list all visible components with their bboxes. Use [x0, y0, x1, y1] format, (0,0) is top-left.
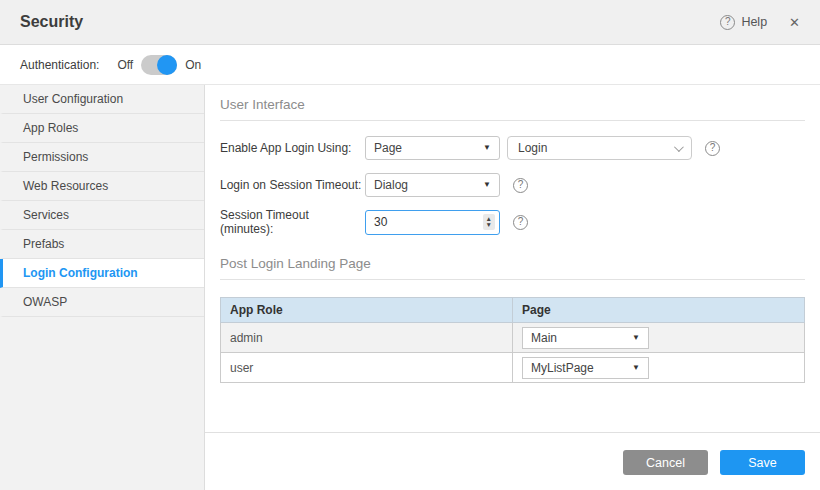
authentication-bar: Authentication: Off On — [0, 45, 820, 85]
table-row: admin Main ▼ — [221, 323, 805, 353]
login-on-timeout-help-icon[interactable]: ? — [513, 178, 528, 193]
login-type-value: Page — [374, 141, 402, 155]
sidebar: User Configuration App Roles Permissions… — [0, 85, 205, 490]
section-title-user-interface: User Interface — [220, 85, 805, 121]
caret-down-icon: ▼ — [632, 364, 640, 372]
close-icon[interactable]: ✕ — [789, 15, 800, 30]
help-button[interactable]: ? Help — [720, 15, 767, 30]
sidebar-item-prefabs[interactable]: Prefabs — [0, 230, 204, 259]
sidebar-item-web-resources[interactable]: Web Resources — [0, 172, 204, 201]
spacer — [220, 383, 805, 432]
admin-page-value: Main — [531, 331, 557, 345]
toggle-on-label: On — [185, 58, 201, 72]
session-timeout-field: ▲ ▼ — [365, 210, 500, 235]
app-role-cell: admin — [221, 323, 513, 353]
login-on-timeout-label: Login on Session Timeout: — [220, 178, 365, 192]
caret-down-icon: ▼ — [483, 144, 491, 152]
section-title-post-login: Post Login Landing Page — [220, 247, 805, 280]
authentication-label: Authentication: — [20, 58, 99, 72]
sidebar-item-login-configuration[interactable]: Login Configuration — [0, 259, 204, 288]
body-wrap: User Configuration App Roles Permissions… — [0, 85, 820, 490]
session-timeout-row: Session Timeout (minutes): ▲ ▼ ? — [220, 210, 805, 234]
enable-app-login-help-icon[interactable]: ? — [705, 141, 720, 156]
session-timeout-input[interactable] — [366, 211, 456, 234]
header-actions: ? Help ✕ — [720, 15, 800, 30]
user-interface-form: Enable App Login Using: Page ▼ Login ? L… — [220, 121, 805, 247]
cancel-button[interactable]: Cancel — [623, 450, 708, 475]
table-row: user MyListPage ▼ — [221, 353, 805, 383]
help-label: Help — [741, 15, 767, 29]
page-cell: Main ▼ — [513, 323, 805, 353]
chevron-down-icon — [674, 142, 684, 152]
footer-actions: Cancel Save — [220, 433, 805, 490]
sidebar-item-permissions[interactable]: Permissions — [0, 143, 204, 172]
sidebar-item-services[interactable]: Services — [0, 201, 204, 230]
session-timeout-help-icon[interactable]: ? — [513, 215, 528, 230]
login-on-timeout-select[interactable]: Dialog ▼ — [365, 173, 500, 197]
page-column-header: Page — [513, 298, 805, 323]
stepper-icon[interactable]: ▲ ▼ — [483, 214, 495, 230]
authentication-toggle[interactable] — [141, 55, 177, 75]
user-page-value: MyListPage — [531, 361, 594, 375]
dialog-header: Security ? Help ✕ — [0, 0, 820, 45]
stepper-down-icon: ▼ — [486, 222, 492, 228]
sidebar-item-app-roles[interactable]: App Roles — [0, 114, 204, 143]
login-type-select[interactable]: Page ▼ — [365, 136, 500, 160]
sidebar-item-user-configuration[interactable]: User Configuration — [0, 85, 204, 114]
table-header-row: App Role Page — [221, 298, 805, 323]
help-icon: ? — [720, 15, 735, 30]
app-role-cell: user — [221, 353, 513, 383]
page-title: Security — [20, 13, 83, 31]
main-content: User Interface Enable App Login Using: P… — [205, 85, 820, 490]
app-role-column-header: App Role — [221, 298, 513, 323]
landing-page-table: App Role Page admin Main ▼ user — [220, 297, 805, 383]
enable-app-login-label: Enable App Login Using: — [220, 141, 365, 155]
login-on-timeout-value: Dialog — [374, 178, 408, 192]
save-button[interactable]: Save — [720, 450, 805, 475]
session-timeout-label: Session Timeout (minutes): — [220, 208, 365, 236]
admin-page-select[interactable]: Main ▼ — [522, 327, 649, 349]
enable-app-login-row: Enable App Login Using: Page ▼ Login ? — [220, 136, 805, 160]
caret-down-icon: ▼ — [483, 181, 491, 189]
caret-down-icon: ▼ — [632, 334, 640, 342]
user-page-select[interactable]: MyListPage ▼ — [522, 357, 649, 379]
toggle-off-label: Off — [117, 58, 133, 72]
login-on-timeout-row: Login on Session Timeout: Dialog ▼ ? — [220, 173, 805, 197]
login-page-combo[interactable]: Login — [507, 136, 692, 160]
sidebar-item-owasp[interactable]: OWASP — [0, 288, 204, 317]
page-cell: MyListPage ▼ — [513, 353, 805, 383]
toggle-knob — [157, 55, 177, 75]
login-page-value: Login — [518, 141, 547, 155]
